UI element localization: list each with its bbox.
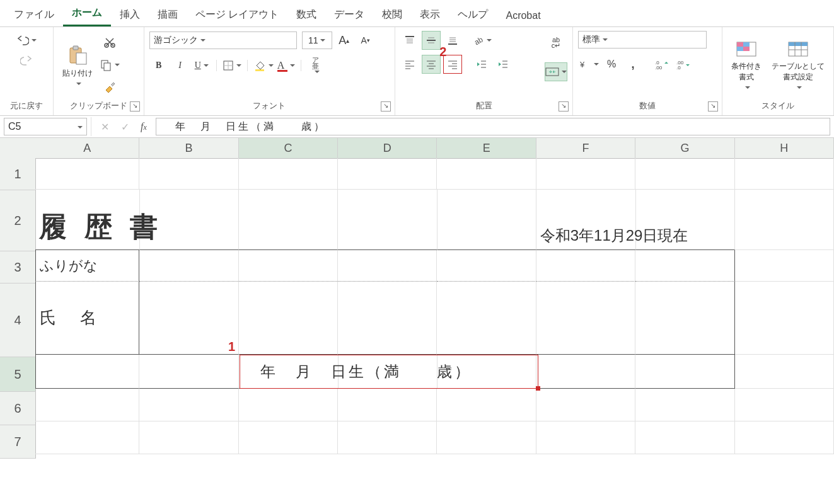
cut-button[interactable] bbox=[100, 33, 119, 52]
bold-button[interactable]: B bbox=[149, 56, 168, 75]
cell-A5[interactable] bbox=[35, 355, 139, 389]
cell-D7[interactable] bbox=[338, 421, 437, 454]
column-header-F[interactable]: F bbox=[536, 138, 635, 159]
cell-H5[interactable] bbox=[735, 355, 834, 389]
copy-button[interactable] bbox=[99, 55, 120, 74]
decrease-font-button[interactable]: A▾ bbox=[356, 31, 375, 50]
cell-C5[interactable]: 年 月 日生（満 歳） bbox=[239, 355, 339, 389]
menu-insert[interactable]: 挿入 bbox=[111, 4, 149, 26]
cell-H6[interactable] bbox=[735, 389, 834, 421]
cell-G7[interactable] bbox=[635, 421, 734, 454]
column-header-B[interactable]: B bbox=[139, 138, 238, 159]
row-header-4[interactable]: 4 bbox=[0, 284, 36, 357]
format-painter-button[interactable] bbox=[100, 78, 119, 97]
cell-C1[interactable] bbox=[239, 158, 338, 190]
menu-file[interactable]: ファイル bbox=[5, 4, 63, 26]
redo-button[interactable] bbox=[17, 51, 36, 70]
row-header-5[interactable]: 5 bbox=[0, 357, 36, 392]
border-button[interactable] bbox=[222, 56, 242, 75]
cell-H2[interactable] bbox=[735, 190, 834, 250]
cell-B3[interactable] bbox=[139, 250, 238, 282]
increase-decimal-button[interactable]: .0.00 bbox=[652, 55, 671, 74]
percent-button[interactable]: % bbox=[602, 55, 621, 74]
phonetic-button[interactable]: ア亜 bbox=[306, 56, 325, 75]
conditional-format-button[interactable]: 条件付き 書式 bbox=[727, 37, 765, 93]
clipboard-launcher[interactable]: ↘ bbox=[130, 101, 140, 112]
cell-E1[interactable] bbox=[437, 158, 536, 190]
cell-B5[interactable] bbox=[139, 355, 238, 389]
select-all-corner[interactable] bbox=[0, 138, 36, 159]
align-bottom-button[interactable] bbox=[443, 31, 462, 50]
align-middle-button[interactable] bbox=[422, 31, 441, 50]
cell-C7[interactable] bbox=[239, 421, 338, 454]
cell-B4[interactable] bbox=[139, 282, 238, 355]
cell-G1[interactable] bbox=[635, 158, 734, 190]
cell-E7[interactable] bbox=[437, 421, 536, 454]
cell-G3[interactable] bbox=[635, 250, 734, 282]
row-header-7[interactable]: 7 bbox=[0, 425, 36, 459]
cell-F6[interactable] bbox=[536, 389, 635, 421]
cells-area[interactable]: 履 歴 書令和3年11月29日現在ふりがな氏 名 年 月 日生（満 歳）1 bbox=[35, 158, 834, 454]
cell-B6[interactable] bbox=[139, 389, 238, 421]
font-size-select[interactable]: 11 bbox=[302, 32, 332, 49]
number-launcher[interactable]: ↘ bbox=[708, 101, 718, 112]
menu-review[interactable]: 校閲 bbox=[373, 4, 411, 26]
cell-D4[interactable] bbox=[338, 282, 437, 355]
font-launcher[interactable]: ↘ bbox=[381, 101, 391, 112]
cell-D3[interactable] bbox=[338, 250, 437, 282]
paste-button[interactable]: 貼り付け bbox=[59, 42, 96, 89]
align-launcher[interactable]: ↘ bbox=[559, 101, 569, 112]
cell-C6[interactable] bbox=[239, 389, 338, 421]
column-header-G[interactable]: G bbox=[635, 138, 734, 159]
cell-A1[interactable] bbox=[35, 158, 139, 190]
cell-F7[interactable] bbox=[536, 421, 635, 454]
column-header-D[interactable]: D bbox=[338, 138, 437, 159]
format-as-table-button[interactable]: テーブルとして 書式設定 bbox=[768, 37, 828, 93]
cell-F1[interactable] bbox=[536, 158, 635, 190]
wrap-text-button[interactable]: abc↵ bbox=[547, 33, 565, 52]
cell-F3[interactable] bbox=[536, 250, 635, 282]
accounting-format-button[interactable]: ¥ bbox=[578, 55, 599, 74]
orientation-button[interactable]: ab bbox=[472, 31, 492, 50]
cell-A7[interactable] bbox=[35, 421, 139, 454]
cell-B2[interactable] bbox=[140, 190, 239, 250]
cell-B1[interactable] bbox=[139, 158, 238, 190]
cell-F5[interactable] bbox=[536, 355, 635, 389]
cell-E3[interactable] bbox=[437, 250, 536, 282]
row-header-2[interactable]: 2 bbox=[0, 190, 36, 251]
cell-E4[interactable] bbox=[437, 282, 536, 355]
cell-C4[interactable] bbox=[239, 282, 338, 355]
align-top-button[interactable] bbox=[400, 31, 419, 50]
column-header-E[interactable]: E bbox=[437, 138, 536, 159]
decrease-indent-button[interactable] bbox=[472, 55, 491, 74]
cell-H7[interactable] bbox=[735, 421, 834, 454]
menu-acrobat[interactable]: Acrobat bbox=[497, 6, 549, 26]
decrease-decimal-button[interactable]: .00.0 bbox=[674, 55, 693, 74]
align-right-button[interactable] bbox=[443, 55, 462, 74]
cell-G6[interactable] bbox=[635, 389, 734, 421]
cell-B7[interactable] bbox=[139, 421, 238, 454]
align-left-button[interactable] bbox=[400, 55, 419, 74]
cell-F4[interactable] bbox=[536, 282, 635, 355]
cell-A4[interactable]: 氏 名 bbox=[35, 282, 139, 355]
align-center-button[interactable] bbox=[422, 55, 441, 74]
cell-D5[interactable] bbox=[339, 355, 437, 389]
cell-D6[interactable] bbox=[338, 389, 437, 421]
cell-D2[interactable] bbox=[338, 190, 437, 250]
row-header-1[interactable]: 1 bbox=[0, 158, 36, 190]
cell-F2[interactable]: 令和3年11月29日現在 bbox=[536, 190, 636, 250]
cell-E2[interactable] bbox=[437, 190, 536, 250]
cell-E6[interactable] bbox=[437, 389, 536, 421]
comma-button[interactable]: , bbox=[623, 55, 642, 74]
undo-button[interactable] bbox=[16, 31, 37, 50]
merge-cells-button[interactable] bbox=[545, 62, 567, 81]
cell-D1[interactable] bbox=[338, 158, 437, 190]
italic-button[interactable]: I bbox=[171, 56, 190, 75]
menu-view[interactable]: 表示 bbox=[411, 4, 449, 26]
font-color-button[interactable]: A bbox=[277, 56, 296, 75]
menu-home[interactable]: ホーム bbox=[63, 3, 111, 26]
row-header-3[interactable]: 3 bbox=[0, 251, 36, 284]
enter-formula-button[interactable]: ✓ bbox=[115, 117, 134, 136]
cell-A3[interactable]: ふりがな bbox=[35, 250, 139, 282]
cell-G5[interactable] bbox=[635, 355, 734, 389]
